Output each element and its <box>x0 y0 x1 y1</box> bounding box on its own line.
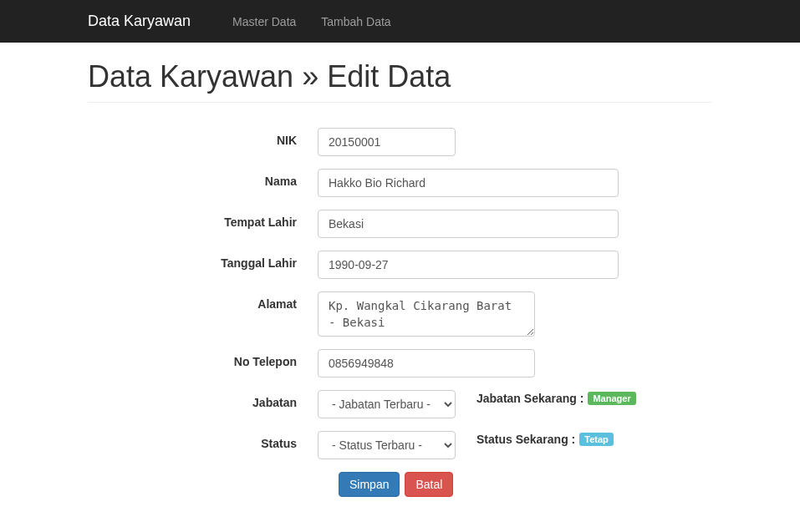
input-nik[interactable] <box>318 128 456 156</box>
form-group-nama: Nama <box>88 169 712 197</box>
input-tanggal-lahir[interactable] <box>318 251 619 279</box>
form-group-tanggal-lahir: Tanggal Lahir <box>88 251 712 279</box>
page-title: Data Karyawan » Edit Data <box>88 59 712 94</box>
input-tempat-lahir[interactable] <box>318 210 619 238</box>
jabatan-current-label: Jabatan Sekarang : <box>476 392 583 405</box>
form-group-no-telepon: No Telepon <box>88 349 712 377</box>
label-no-telepon: No Telepon <box>88 349 318 368</box>
form-group-nik: NIK <box>88 128 712 156</box>
form-buttons: Simpan Batal <box>88 472 712 497</box>
cancel-button[interactable]: Batal <box>405 472 453 497</box>
label-tanggal-lahir: Tanggal Lahir <box>88 251 318 270</box>
form-group-status: Status - Status Terbaru - Status Sekaran… <box>88 431 712 459</box>
jabatan-current-info: Jabatan Sekarang : Manager <box>476 390 636 405</box>
main-container: Data Karyawan » Edit Data NIK Nama Tempa… <box>0 59 800 497</box>
navbar-brand[interactable]: Data Karyawan <box>88 0 203 43</box>
nav-tambah-data[interactable]: Tambah Data <box>308 3 403 41</box>
status-current-info: Status Sekarang : Tetap <box>476 431 614 446</box>
form-group-jabatan: Jabatan - Jabatan Terbaru - Jabatan Seka… <box>88 390 712 418</box>
label-nik: NIK <box>88 128 318 147</box>
navbar: Data Karyawan Master Data Tambah Data <box>0 0 800 43</box>
jabatan-current-badge: Manager <box>588 392 635 405</box>
label-status: Status <box>88 431 318 450</box>
status-current-badge: Tetap <box>579 433 614 446</box>
textarea-alamat[interactable]: Kp. Wangkal Cikarang Barat - Bekasi <box>318 291 535 337</box>
form-group-alamat: Alamat Kp. Wangkal Cikarang Barat - Beka… <box>88 291 712 337</box>
edit-form: NIK Nama Tempat Lahir Tanggal Lahir Alam… <box>88 128 712 497</box>
label-alamat: Alamat <box>88 291 318 311</box>
label-jabatan: Jabatan <box>88 390 318 409</box>
page-header: Data Karyawan » Edit Data <box>88 59 712 103</box>
input-no-telepon[interactable] <box>318 349 535 377</box>
nav-master-data[interactable]: Master Data <box>220 3 308 41</box>
input-nama[interactable] <box>318 169 619 197</box>
select-status[interactable]: - Status Terbaru - <box>318 431 456 459</box>
label-nama: Nama <box>88 169 318 188</box>
status-current-label: Status Sekarang : <box>476 433 575 446</box>
form-group-tempat-lahir: Tempat Lahir <box>88 210 712 238</box>
save-button[interactable]: Simpan <box>339 472 400 497</box>
label-tempat-lahir: Tempat Lahir <box>88 210 318 229</box>
select-jabatan[interactable]: - Jabatan Terbaru - <box>318 390 456 418</box>
